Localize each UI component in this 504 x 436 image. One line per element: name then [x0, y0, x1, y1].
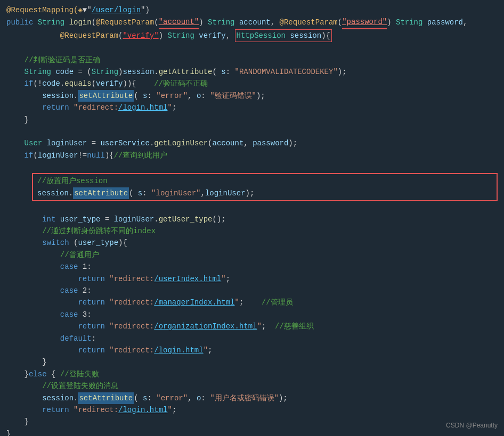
code-editor: @RequestMapping(◈▼"/user/login") public … [0, 0, 504, 436]
code-line-14: int user_type = loginUser.getUser_type()… [0, 213, 504, 225]
code-line-29: } [0, 428, 504, 436]
code-line-26: session.setAttribute( s: "error", o: "用户… [0, 392, 504, 404]
code-line-5: String code = (String)session.getAttribu… [0, 66, 504, 78]
code-line-22: default: [0, 333, 504, 344]
code-line-20: case 3: [0, 309, 504, 320]
code-line-9: } [0, 114, 504, 126]
code-line-15: switch (user_type){ [0, 237, 504, 249]
blank-1 [0, 42, 504, 54]
code-line-23: return "redirect:/login.html"; [0, 344, 504, 356]
account-param: "account" [159, 16, 199, 29]
code-line-1: @RequestMapping(◈▼"/user/login") [0, 4, 504, 16]
code-line-16: case 1: [0, 261, 504, 273]
code-line-2: public String login(@RequestParam("accou… [0, 16, 504, 29]
code-line-19: return "redirect:/managerIndex.html"; //… [0, 297, 504, 308]
password-param: "password" [342, 16, 387, 29]
httpsession-highlight: HttpSession session){ [235, 29, 332, 42]
comment-line-3: //普通用户 [0, 249, 504, 261]
setAttribute-block-line: session.setAttribute( s: "loginUser",log… [37, 187, 492, 199]
comment-block-line: //放置用户session [37, 175, 492, 187]
code-line-18: case 2: [0, 285, 504, 297]
code-line-6: if(!code.equals(verify)){ //验证码不正确 [0, 78, 504, 89]
code-line-7: session.setAttribute( s: "error", o: "验证… [0, 90, 504, 102]
code-line-8: return "redirect:/login.html"; [0, 102, 504, 113]
code-line-25: }else { //登陆失败 [0, 368, 504, 380]
code-line-3: @RequestParam("verify") String verify, H… [0, 29, 504, 42]
verify-param: "verify" [123, 30, 158, 42]
url-link[interactable]: /user/login [92, 4, 141, 16]
red-outlined-block: //放置用户session session.setAttribute( s: "… [32, 173, 498, 201]
setAttribute-highlight: setAttribute [73, 187, 129, 199]
code-line-17: return "redirect:/userIndex.html"; [0, 273, 504, 285]
code-line-11: User loginUser = userService.getLoginUse… [0, 137, 504, 149]
comment-line-1: //判断验证码是否正确 [0, 54, 504, 66]
comment-line-2: //通过判断身份跳转不同的index [0, 225, 504, 237]
code-line-12: if(loginUser!=null){//查询到此用户 [0, 150, 504, 161]
code-line-21: return "redirect:/organizationIndex.html… [0, 320, 504, 332]
watermark: CSDN @Peanutty [446, 421, 498, 431]
code-line-27: return "redirect:/login.html"; [0, 404, 504, 416]
blank-2 [0, 126, 504, 137]
code-line-24: } [0, 356, 504, 368]
annotation: @RequestMapping( [6, 4, 78, 16]
chevron-icon: ◈ [78, 4, 82, 16]
setAttribute-highlight-2: setAttribute [78, 392, 134, 404]
blank-3 [0, 161, 504, 173]
blank-4 [0, 201, 504, 213]
code-line-28: } [0, 416, 504, 427]
comment-line-4: //设置登陆失败的消息 [0, 380, 504, 392]
